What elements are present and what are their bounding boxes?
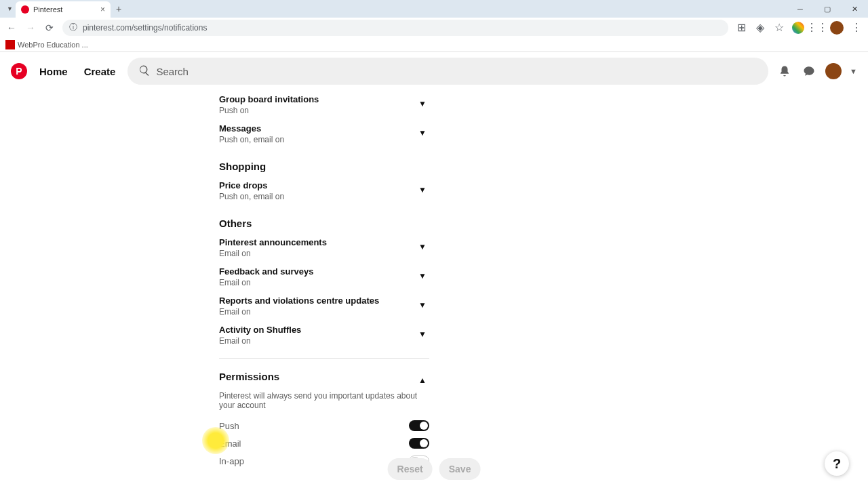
url-text: pinterest.com/settings/notifications bbox=[83, 23, 207, 33]
permissions-description: Pinterest will always send you important… bbox=[219, 391, 429, 410]
chevron-down-icon: ▼ bbox=[416, 298, 429, 312]
site-info-icon[interactable]: ⓘ bbox=[69, 22, 77, 33]
section-permissions-header[interactable]: Permissions ▲ bbox=[219, 367, 429, 391]
chevron-down-icon: ▼ bbox=[416, 269, 429, 283]
bookmark-favicon bbox=[5, 40, 15, 49]
setting-title: Messages bbox=[219, 123, 416, 134]
setting-title: Pinterest announcements bbox=[219, 237, 416, 247]
pinterest-header: Home Create Search ▼ bbox=[0, 52, 868, 90]
setting-pinterest-announcements[interactable]: Pinterest announcements Email on ▼ bbox=[219, 233, 429, 262]
toggle-label: Push bbox=[219, 421, 239, 431]
setting-title: Group board invitations bbox=[219, 94, 416, 104]
chevron-down-icon: ▼ bbox=[416, 183, 429, 197]
bookmark-item[interactable]: WebPro Education ... bbox=[18, 41, 88, 49]
back-button[interactable]: ← bbox=[5, 22, 18, 34]
help-button[interactable]: ? bbox=[825, 451, 849, 476]
setting-price-drops[interactable]: Price drops Push on, email on ▼ bbox=[219, 176, 429, 205]
toggle-row-push: Push bbox=[219, 417, 429, 434]
setting-messages[interactable]: Messages Push on, email on ▼ bbox=[219, 119, 429, 148]
setting-title: Reports and violations centre updates bbox=[219, 296, 416, 306]
email-toggle[interactable] bbox=[409, 438, 429, 449]
setting-group-board-invitations[interactable]: Group board invitations Push on ▼ bbox=[219, 90, 429, 119]
pinterest-favicon bbox=[21, 5, 29, 14]
forward-button[interactable]: → bbox=[24, 22, 37, 34]
section-permissions: Permissions bbox=[219, 371, 279, 382]
star-icon[interactable]: ☆ bbox=[773, 22, 785, 34]
chevron-down-icon: ▼ bbox=[416, 327, 429, 341]
setting-status: Push on bbox=[219, 106, 416, 115]
setting-title: Price drops bbox=[219, 180, 416, 190]
browser-profile-icon[interactable] bbox=[830, 21, 844, 35]
setting-status: Push on, email on bbox=[219, 192, 416, 201]
messages-icon[interactable] bbox=[801, 63, 817, 79]
setting-reports-violations[interactable]: Reports and violations centre updates Em… bbox=[219, 291, 429, 321]
footer-buttons: Reset Save bbox=[388, 458, 481, 480]
save-button[interactable]: Save bbox=[439, 458, 481, 480]
section-shopping: Shopping bbox=[219, 161, 429, 172]
section-others: Others bbox=[219, 218, 429, 229]
reset-button[interactable]: Reset bbox=[388, 458, 433, 480]
chevron-down-icon: ▼ bbox=[416, 126, 429, 140]
notification-settings: Group board invitations Push on ▼ Messag… bbox=[219, 90, 429, 470]
extension-icon[interactable]: ◈ bbox=[754, 22, 766, 34]
setting-activity-shuffles[interactable]: Activity on Shuffles Email on ▼ bbox=[219, 321, 429, 350]
minimize-button[interactable]: ─ bbox=[787, 0, 814, 18]
user-avatar[interactable] bbox=[825, 63, 842, 79]
setting-title: Activity on Shuffles bbox=[219, 325, 416, 335]
setting-title: Feedback and surveys bbox=[219, 266, 416, 277]
browser-chrome: ▼ Pinterest × + ← → ⟳ ⓘ pinterest.com/se… bbox=[0, 0, 868, 37]
toggle-label: Email bbox=[219, 439, 241, 449]
install-icon[interactable]: ⊞ bbox=[735, 22, 747, 34]
pinterest-logo[interactable] bbox=[11, 63, 27, 79]
chevron-down-icon: ▼ bbox=[416, 97, 429, 110]
create-link[interactable]: Create bbox=[80, 66, 120, 77]
tab-title: Pinterest bbox=[33, 5, 62, 14]
setting-status: Email on bbox=[219, 307, 416, 317]
google-icon[interactable] bbox=[792, 22, 804, 34]
setting-status: Email on bbox=[219, 249, 416, 258]
extensions-icon[interactable]: ⋮⋮ bbox=[811, 22, 823, 34]
search-input[interactable]: Search bbox=[127, 58, 768, 85]
tab-menu-icon[interactable]: ▼ bbox=[4, 5, 16, 12]
toggle-label: In-app bbox=[219, 456, 244, 466]
maximize-button[interactable]: ▢ bbox=[814, 0, 841, 18]
push-toggle[interactable] bbox=[409, 420, 429, 431]
home-link[interactable]: Home bbox=[35, 66, 72, 77]
tab-bar: ▼ Pinterest × + bbox=[0, 0, 868, 18]
close-window-button[interactable]: ✕ bbox=[841, 0, 868, 18]
notifications-icon[interactable] bbox=[776, 63, 793, 79]
search-icon bbox=[138, 64, 151, 79]
menu-icon[interactable]: ⋮ bbox=[850, 22, 863, 34]
new-tab-button[interactable]: + bbox=[111, 3, 127, 14]
setting-status: Email on bbox=[219, 336, 416, 346]
setting-feedback-surveys[interactable]: Feedback and surveys Email on ▼ bbox=[219, 262, 429, 291]
bookmark-bar: WebPro Education ... bbox=[0, 37, 868, 52]
setting-status: Push on, email on bbox=[219, 135, 416, 144]
search-placeholder: Search bbox=[156, 66, 189, 77]
toggle-row-email: Email bbox=[219, 434, 429, 452]
close-tab-icon[interactable]: × bbox=[100, 5, 105, 14]
browser-tab[interactable]: Pinterest × bbox=[16, 1, 111, 18]
browser-toolbar: ← → ⟳ ⓘ pinterest.com/settings/notificat… bbox=[0, 18, 868, 37]
divider bbox=[219, 358, 429, 359]
url-bar[interactable]: ⓘ pinterest.com/settings/notifications bbox=[62, 20, 728, 36]
chevron-down-icon: ▼ bbox=[416, 240, 429, 253]
setting-status: Email on bbox=[219, 278, 416, 287]
account-chevron-icon[interactable]: ▼ bbox=[850, 67, 857, 75]
reload-button[interactable]: ⟳ bbox=[43, 22, 56, 34]
chevron-up-icon: ▲ bbox=[416, 373, 429, 387]
